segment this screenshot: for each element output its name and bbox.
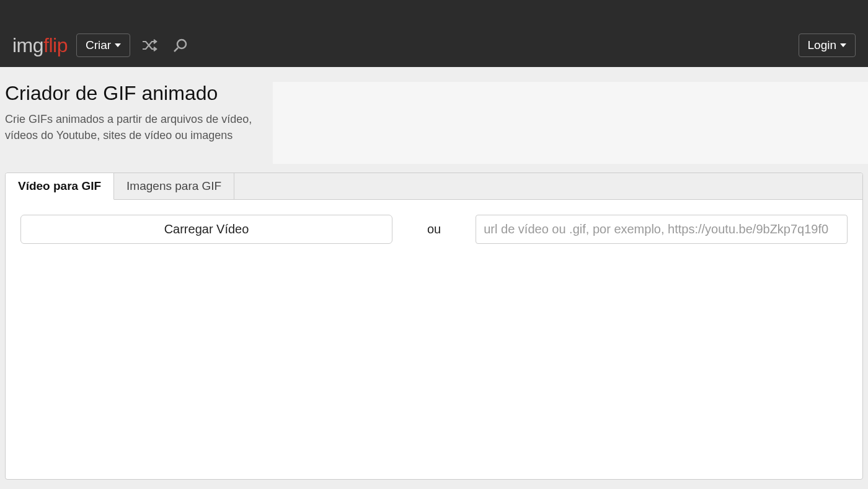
tab-content: Carregar Vídeo ou [6, 200, 862, 479]
title-row: Criador de GIF animado Crie GIFs animado… [0, 67, 868, 164]
login-button[interactable]: Login [799, 34, 856, 57]
logo-text-img: img [12, 34, 43, 57]
create-button[interactable]: Criar [76, 34, 130, 57]
shuffle-button[interactable] [139, 36, 161, 55]
header-right: Login [799, 34, 856, 57]
tab-images-to-gif[interactable]: Imagens para GIF [114, 173, 234, 199]
logo[interactable]: imgflip [12, 34, 68, 57]
svg-line-1 [174, 48, 178, 52]
logo-text-flip: flip [43, 34, 68, 57]
page-subtitle: Crie GIFs animados a partir de arquivos … [5, 111, 265, 143]
tab-container: Vídeo para GIF Imagens para GIF Carregar… [5, 173, 863, 480]
content: Criador de GIF animado Crie GIFs animado… [0, 67, 868, 480]
upload-video-button[interactable]: Carregar Vídeo [20, 215, 392, 244]
header-left: imgflip Criar [12, 34, 191, 57]
page-title: Criador de GIF animado [5, 82, 272, 105]
caret-down-icon [115, 43, 121, 47]
svg-point-0 [177, 40, 186, 48]
upload-row: Carregar Vídeo ou [20, 215, 848, 244]
tab-bar: Vídeo para GIF Imagens para GIF [6, 173, 862, 200]
ad-placeholder [273, 82, 868, 164]
search-button[interactable] [170, 35, 191, 56]
login-button-label: Login [808, 38, 837, 52]
video-url-input[interactable] [476, 215, 848, 244]
or-label: ou [392, 222, 476, 236]
shuffle-icon [141, 38, 159, 52]
tab-video-to-gif[interactable]: Vídeo para GIF [6, 173, 114, 200]
search-icon [172, 37, 188, 53]
create-button-label: Criar [86, 38, 111, 52]
site-header: imgflip Criar Login [0, 0, 868, 67]
caret-down-icon [840, 43, 846, 47]
title-block: Criador de GIF animado Crie GIFs animado… [5, 82, 272, 143]
